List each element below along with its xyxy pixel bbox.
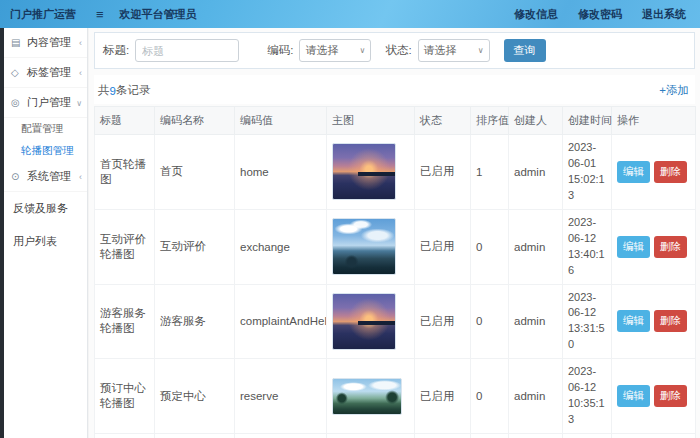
top-bar: 门户推广运营 ≡ 欢迎平台管理员 修改信息 修改密码 退出系统: [0, 0, 700, 28]
gear-icon: [11, 97, 24, 108]
cell-sort: 0: [471, 209, 509, 284]
edit-button[interactable]: 编辑: [617, 236, 650, 258]
cell-created: 2023-06-12 13:40:16: [563, 209, 612, 284]
hamburger-menu-icon[interactable]: ≡: [96, 7, 104, 22]
welcome-text: 欢迎平台管理员: [120, 7, 197, 22]
title-label: 标题:: [103, 43, 129, 58]
cell-code-value: traffic: [235, 434, 327, 438]
status-select[interactable]: 请选择 ∨: [418, 39, 490, 62]
col-header-title: 标题: [95, 107, 155, 135]
cell-title: 首页轮播图: [95, 135, 155, 210]
sidebar-item-label: 系统管理: [27, 169, 79, 184]
table-header-row: 标题 编码名称 编码值 主图 状态 排序值 创建人 创建时间 操作: [95, 107, 696, 135]
cell-creator: admin: [509, 135, 563, 210]
delete-button[interactable]: 删除: [654, 385, 687, 407]
cell-creator: admin: [509, 434, 563, 438]
cell-status: 已启用: [415, 209, 471, 284]
logout-link[interactable]: 退出系统: [642, 7, 686, 22]
table-row: 互动评价轮播图 互动评价 exchange 已启用 0 admin 2023-0…: [95, 209, 696, 284]
chevron-down-icon: ∨: [478, 46, 484, 55]
sidebar-item-portal-mgmt[interactable]: 门户管理: [4, 88, 87, 118]
table-row: 旅游指南轮播图 目的地名片 traffic 已启用 0 admin 2023-0…: [95, 434, 696, 438]
table-row: 首页轮播图 首页 home 已启用 1 admin 2023-06-01 15:…: [95, 135, 696, 210]
cell-code-value: exchange: [235, 209, 327, 284]
edit-button[interactable]: 编辑: [617, 310, 650, 332]
table-row: 预订中心轮播图 预定中心 reserve 已启用 0 admin 2023-06…: [95, 359, 696, 434]
records-prefix: 共: [98, 83, 110, 98]
edit-password-link[interactable]: 修改密码: [578, 7, 622, 22]
col-header-sort: 排序值: [471, 107, 509, 135]
status-select-value: 请选择: [424, 43, 478, 58]
delete-button[interactable]: 删除: [654, 310, 687, 332]
chevron-down-icon: [76, 98, 82, 108]
cell-sort: 1: [471, 135, 509, 210]
table-row: 游客服务轮播图 游客服务 complaintAndHelp 已启用 0 admi…: [95, 284, 696, 359]
cell-code-value: complaintAndHelp: [235, 284, 327, 359]
sidebar-subitem-config-mgmt[interactable]: 配置管理: [4, 118, 87, 140]
code-label: 编码:: [267, 43, 293, 58]
edit-button[interactable]: 编辑: [617, 385, 650, 407]
chevron-left-icon: [79, 38, 82, 48]
cell-code-name: 游客服务: [155, 284, 235, 359]
chevron-down-icon: ∨: [360, 46, 366, 55]
cell-sort: 0: [471, 359, 509, 434]
search-panel: 标题: 编码: 请选择 ∨ 状态: 请选择 ∨ 查询: [94, 32, 695, 69]
code-select[interactable]: 请选择 ∨: [299, 39, 371, 62]
sidebar-item-label: 标签管理: [27, 65, 79, 80]
cell-status: 已启用: [415, 135, 471, 210]
records-suffix: 条记录: [116, 83, 151, 98]
cell-sort: 0: [471, 284, 509, 359]
sidebar-item-tag-mgmt[interactable]: 标签管理: [4, 58, 87, 88]
edit-info-link[interactable]: 修改信息: [514, 7, 558, 22]
col-header-code-value: 编码值: [235, 107, 327, 135]
carousel-thumbnail: [332, 218, 396, 275]
add-button[interactable]: +添加: [659, 83, 689, 98]
edit-button[interactable]: 编辑: [617, 161, 650, 183]
cell-title: 互动评价轮播图: [95, 209, 155, 284]
cell-created: 2023-06-12 10:35:13: [563, 359, 612, 434]
col-header-creator: 创建人: [509, 107, 563, 135]
cell-status: 已启用: [415, 434, 471, 438]
code-select-value: 请选择: [305, 43, 359, 58]
sidebar-item-system-mgmt[interactable]: 系统管理: [4, 162, 87, 192]
cell-status: 已启用: [415, 284, 471, 359]
tag-icon: [11, 67, 24, 78]
col-header-actions: 操作: [612, 107, 696, 135]
status-label: 状态:: [385, 43, 411, 58]
cell-code-name: 目的地名片: [155, 434, 235, 438]
col-header-main-image: 主图: [327, 107, 415, 135]
cell-creator: admin: [509, 209, 563, 284]
cell-title: 预订中心轮播图: [95, 359, 155, 434]
delete-button[interactable]: 删除: [654, 236, 687, 258]
cell-sort: 0: [471, 434, 509, 438]
sidebar-item-user-list[interactable]: 用户列表: [4, 225, 87, 258]
cell-title: 旅游指南轮播图: [95, 434, 155, 438]
sidebar-item-content-mgmt[interactable]: 内容管理: [4, 28, 87, 58]
carousel-thumbnail: [332, 293, 396, 350]
carousel-thumbnail: [332, 143, 396, 200]
delete-button[interactable]: 删除: [654, 161, 687, 183]
cell-code-name: 互动评价: [155, 209, 235, 284]
cell-creator: admin: [509, 284, 563, 359]
cell-status: 已启用: [415, 359, 471, 434]
sidebar-subitem-carousel-mgmt[interactable]: 轮播图管理: [4, 140, 87, 162]
carousel-table: 标题 编码名称 编码值 主图 状态 排序值 创建人 创建时间 操作 首页轮播图 …: [94, 106, 696, 438]
cell-title: 游客服务轮播图: [95, 284, 155, 359]
col-header-created: 创建时间: [563, 107, 612, 135]
title-input[interactable]: [135, 39, 239, 62]
cell-creator: admin: [509, 359, 563, 434]
sidebar-item-label: 门户管理: [27, 95, 76, 110]
sidebar-item-feedback-service[interactable]: 反馈及服务: [4, 192, 87, 225]
chevron-left-icon: [79, 68, 82, 78]
cell-code-name: 首页: [155, 135, 235, 210]
content-icon: [11, 37, 24, 48]
main-content: 标题: 编码: 请选择 ∨ 状态: 请选择 ∨ 查询 共 9 条记录 +添加 标…: [89, 28, 700, 438]
chevron-left-icon: [79, 172, 82, 182]
col-header-code-name: 编码名称: [155, 107, 235, 135]
carousel-thumbnail: [332, 378, 402, 415]
cell-created: 2023-06-12: [563, 434, 612, 438]
cell-code-value: reserve: [235, 359, 327, 434]
cell-created: 2023-06-12 13:31:50: [563, 284, 612, 359]
col-header-status: 状态: [415, 107, 471, 135]
query-button[interactable]: 查询: [504, 39, 546, 62]
